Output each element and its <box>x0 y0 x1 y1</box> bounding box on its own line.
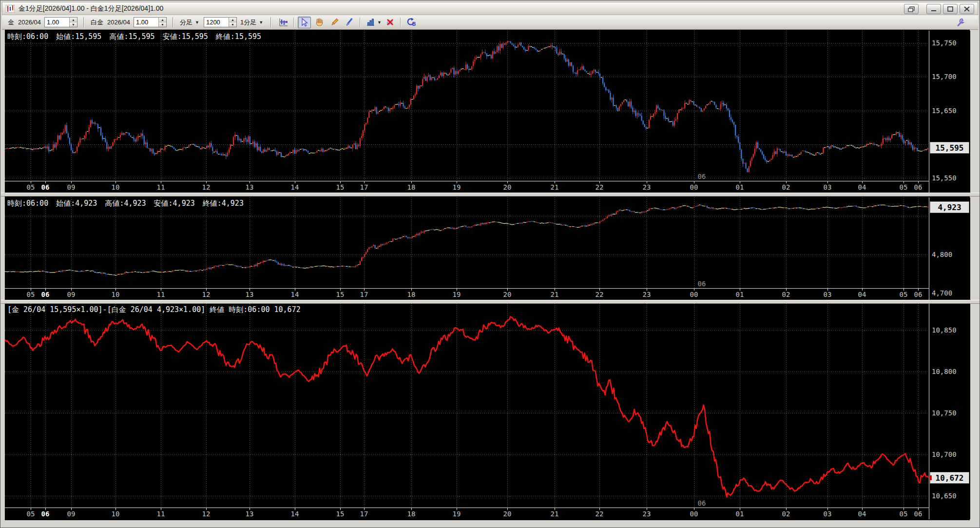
panel-separator[interactable] <box>1 300 980 304</box>
title-bar[interactable]: 金1分足[2026/04]1.00 - 白金1分足[2026/04]1.00 <box>2 2 978 15</box>
platinum-ratio-input[interactable] <box>134 18 158 27</box>
info-segment: 時刻:06:00 <box>7 32 48 41</box>
platinum-1min-plot[interactable]: 時刻:06:00始値:4,923高値:4,923安値:4,923終値:4,923… <box>5 197 928 288</box>
date-marker-label: 06 <box>697 499 706 507</box>
chart-settings-button[interactable] <box>277 17 290 28</box>
info-segment: 始値:15,595 <box>56 32 101 41</box>
x-tick-label: 01 <box>736 183 744 191</box>
x-tick-label: 18 <box>407 510 416 518</box>
pencil-button[interactable] <box>328 17 341 28</box>
bar-type-dropdown[interactable]: 分足 <box>180 18 192 27</box>
gold-ratio-up-button[interactable]: ▲ <box>70 18 77 22</box>
x-tick-label: 09 <box>67 291 76 298</box>
x-tick-label: 09 <box>67 183 76 191</box>
x-tick-label: 00 <box>690 291 698 298</box>
y-tick-label: 15,700 <box>932 73 957 80</box>
pencil-icon <box>330 18 339 27</box>
x-tick-label: 03 <box>824 510 832 518</box>
x-tick-label: 10 <box>112 510 120 518</box>
delete-chart-button[interactable] <box>384 17 397 28</box>
spread-gold-platinum-plot[interactable]: [金 26/04 15,595×1.00]-[白金 26/04 4,923×1.… <box>5 304 928 508</box>
x-tick-label: 19 <box>453 291 461 298</box>
chart-type-icon <box>366 18 375 27</box>
y-tick-label: 10,750 <box>932 409 957 417</box>
bar-count-down-button[interactable]: ▼ <box>229 22 236 27</box>
x-tick-label: 10 <box>112 291 120 298</box>
gold-1min-plot[interactable]: 時刻:06:00始値:15,595高値:15,595安値:15,595終値:15… <box>5 31 928 181</box>
app-icon <box>5 4 15 13</box>
x-tick-label: 06 <box>41 510 50 518</box>
current-price-label: 4,923 <box>930 201 969 213</box>
x-tick-label: 13 <box>246 510 254 518</box>
refresh-button[interactable]: B <box>404 17 418 28</box>
brush-button[interactable] <box>343 17 356 28</box>
y-tick-label: 10,650 <box>932 492 957 500</box>
x-tick-label: 04 <box>858 291 866 298</box>
info-segment: 終値:4,923 <box>203 199 244 208</box>
gold-ratio-input[interactable] <box>45 18 69 27</box>
x-tick-label: 05 <box>900 510 908 518</box>
chevron-down-icon[interactable]: ▼ <box>259 20 263 25</box>
select-cursor-button[interactable] <box>298 17 311 28</box>
x-tick-label: 11 <box>157 291 165 298</box>
platinum-ratio-down-button[interactable]: ▼ <box>159 22 166 27</box>
pan-hand-icon <box>315 18 324 27</box>
x-tick-label: 18 <box>407 183 416 191</box>
x-tick-label: 05 <box>900 183 908 191</box>
x-tick-label: 13 <box>246 291 254 298</box>
x-tick-label: 02 <box>782 510 790 518</box>
bar-count-input[interactable] <box>204 18 229 27</box>
x-tick-label: 06 <box>914 510 922 518</box>
x-tick-label: 20 <box>503 183 512 191</box>
info-segment: 安値:4,923 <box>154 199 195 208</box>
platinum-month-label: 2026/04 <box>107 19 130 26</box>
toolbar: 金 2026/04 ▲▼ 白金 2026/04 ▲▼ 分足 ▼ ▲▼ 1分足 ▼… <box>2 15 978 30</box>
chevron-down-icon[interactable]: ▼ <box>377 20 382 25</box>
x-tick-label: 19 <box>453 510 461 518</box>
x-tick-label: 11 <box>157 510 165 518</box>
close-button[interactable] <box>960 4 974 14</box>
panel-separator[interactable] <box>1 193 980 196</box>
float-window-button[interactable] <box>904 4 919 14</box>
chart-type-button[interactable] <box>364 17 377 28</box>
x-tick-label: 06 <box>914 183 922 191</box>
toolbar-separator <box>83 17 84 28</box>
y-tick-label: 10,700 <box>932 450 957 458</box>
platinum-ratio-up-button[interactable]: ▲ <box>159 18 166 22</box>
settings-wrench-button[interactable] <box>953 17 966 28</box>
x-tick-label: 05 <box>27 183 35 191</box>
info-segment: 高値:15,595 <box>109 32 154 41</box>
toolbar-icon-group: ▼B <box>276 17 419 28</box>
info-segment: 安値:15,595 <box>163 32 208 41</box>
info-segment: 時刻:06:00 <box>7 199 48 208</box>
chart-info-row: 時刻:06:00始値:4,923高値:4,923安値:4,923終値:4,923 <box>7 199 244 208</box>
minimize-button[interactable] <box>926 4 941 14</box>
x-tick-label: 22 <box>596 510 604 518</box>
interval-dropdown[interactable]: 1分足 <box>240 18 256 27</box>
y-tick-label: 4,700 <box>932 289 952 297</box>
x-tick-label: 14 <box>291 291 299 298</box>
chart-info-row: 時刻:06:00始値:15,595高値:15,595安値:15,595終値:15… <box>7 32 261 41</box>
chevron-down-icon[interactable]: ▼ <box>195 20 199 25</box>
x-tick-label: 22 <box>596 291 604 298</box>
x-tick-label: 23 <box>643 291 651 298</box>
x-tick-label: 15 <box>336 510 345 518</box>
svg-text:B: B <box>412 21 416 27</box>
x-tick-label: 00 <box>690 183 698 191</box>
maximize-button[interactable] <box>943 4 958 14</box>
x-tick-label: 04 <box>858 183 866 191</box>
x-tick-label: 15 <box>336 183 345 191</box>
pan-hand-button[interactable] <box>313 17 326 28</box>
x-tick-label: 22 <box>596 183 604 191</box>
x-tick-label: 10 <box>112 183 120 191</box>
y-axis: 4,8004,7004,923 <box>929 197 970 300</box>
bar-count-up-button[interactable]: ▲ <box>229 18 236 22</box>
y-axis: 10,85010,80010,75010,70010,65010,672 <box>929 304 970 519</box>
y-tick-label: 15,650 <box>932 107 957 115</box>
x-tick-label: 05 <box>27 291 35 298</box>
x-tick-label: 03 <box>824 291 832 298</box>
x-tick-label: 02 <box>782 291 790 298</box>
gold-ratio-down-button[interactable]: ▼ <box>70 22 77 27</box>
gold-label: 金 <box>8 18 14 27</box>
toolbar-mini-separator <box>293 18 294 27</box>
